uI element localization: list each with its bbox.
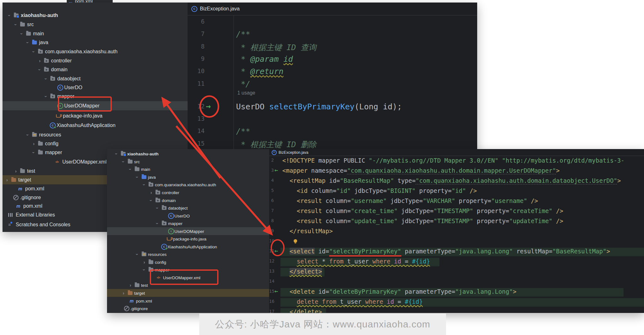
code-line-14[interactable]: 14/** [188, 127, 477, 137]
chevron-down-icon[interactable]: › [44, 78, 48, 79]
tree-item-mapper[interactable]: ›mapper [107, 266, 269, 274]
tree-item-domain[interactable]: ›domain [107, 196, 269, 204]
tree-item-UserDOMapper[interactable]: IUserDOMapper [107, 227, 269, 235]
code-inlay-usages[interactable]: 1 usage [188, 90, 477, 101]
code-line-10[interactable]: 10 * @return [188, 67, 477, 78]
chevron-down-icon[interactable]: › [155, 222, 160, 224]
tree-item-java[interactable]: ›java [3, 38, 188, 47]
code-line-6[interactable]: 6 <result column="username" jdbcType="VA… [269, 197, 644, 206]
code-line-4[interactable]: 4 <resultMap id="BaseResultMap" type="co… [269, 177, 644, 186]
tree-item-XiaohashuAuthApplication[interactable]: CXiaohashuAuthApplication [3, 121, 188, 130]
tree-item-UserDOMapper.xml[interactable]: </>UserDOMapper.xml [107, 274, 269, 281]
chevron-right-icon[interactable]: › [39, 59, 41, 63]
gutter-right-arrow-icon[interactable]: → [206, 101, 211, 111]
code-line-7[interactable]: 7 <result column="create_time" jdbcType=… [269, 207, 644, 216]
code-area-xml[interactable]: 2<!DOCTYPE mapper PUBLIC "-//mybatis.org… [269, 156, 644, 313]
chevron-down-icon[interactable]: › [155, 207, 160, 209]
code-line-15[interactable]: 15← <delete id="deleteByPrimaryKey" para… [269, 288, 644, 297]
code-line-15[interactable]: 15 * 根据主键 ID 删除 [188, 139, 477, 150]
code-line-8[interactable]: 8 <result column="update_time" jdbcType=… [269, 217, 644, 226]
chevron-down-icon[interactable]: › [7, 14, 12, 16]
tree-item-main[interactable]: ›main [3, 29, 188, 38]
tree-item-UserDO[interactable]: CUserDO [107, 212, 269, 220]
code-line-5[interactable]: 5 <id column="id" jdbcType="BIGINT" prop… [269, 187, 644, 196]
tree-item-mapper[interactable]: ›mapper [107, 219, 269, 227]
usages-hint[interactable]: 1 usage [237, 90, 255, 96]
chevron-down-icon[interactable]: › [37, 69, 42, 70]
code-line-6[interactable]: 6 [188, 17, 477, 28]
tree-item-controller[interactable]: ›controller [107, 188, 269, 196]
tree-item-main[interactable]: ›main [107, 165, 269, 173]
gutter-left-arrow-icon[interactable]: ← [274, 247, 278, 254]
code-line-11[interactable]: 11 */ [188, 79, 477, 90]
chevron-down-icon[interactable]: › [135, 176, 139, 178]
tree-item-com.quanxiaoha.xiaohashu.auth[interactable]: ›com.quanxiaoha.xiaohashu.auth [107, 181, 269, 188]
code-line-12[interactable]: 12→UserDO selectByPrimaryKey(Long id); [188, 102, 477, 113]
chevron-down-icon[interactable]: › [25, 42, 30, 43]
tree-item-resources[interactable]: ›resources [107, 250, 269, 258]
tab-bizexception-java[interactable]: C BizException.java [191, 3, 240, 15]
tree-item-XiaohashuAuthApplication[interactable]: CXiaohashuAuthApplication [107, 243, 269, 251]
code-line-3[interactable]: 3←<mapper namespace="com.quanxiaoha.xiao… [269, 167, 644, 176]
tree-item-package-info.java[interactable]: package-info.java [107, 235, 269, 243]
tree-item-com.quanxiaoha.xiaohashu.auth[interactable]: ›com.quanxiaoha.xiaohashu.auth [3, 47, 188, 56]
chevron-down-icon[interactable]: › [14, 24, 18, 25]
tree-item-target[interactable]: ›target [107, 289, 269, 297]
code-line-13[interactable]: 13 </select> [269, 268, 644, 276]
tree-item-xiaohashu-auth[interactable]: ›xiaohashu-auth [107, 150, 269, 158]
chevron-down-icon[interactable]: › [142, 184, 146, 185]
tree-item-mapper[interactable]: ›mapper [3, 92, 188, 101]
code-line-9[interactable]: 9 </resultMap> [269, 228, 644, 236]
chevron-down-icon[interactable]: › [25, 134, 30, 136]
chevron-right-icon[interactable]: › [3, 213, 3, 217]
chevron-right-icon[interactable]: › [123, 291, 124, 295]
tree-item-src[interactable]: ›src [3, 20, 188, 29]
tab-bizexception-java-bottom[interactable]: C BizException.java [272, 149, 308, 156]
tree-item-pom.xml[interactable]: mpom.xml [107, 297, 269, 305]
chevron-down-icon[interactable]: › [20, 33, 24, 34]
tree-item-resources[interactable]: ›resources [3, 130, 188, 139]
tree-item-controller[interactable]: ›controller [3, 56, 188, 65]
gutter-left-arrow-icon[interactable]: ← [274, 287, 278, 295]
tree-item-dataobject[interactable]: ›dataobject [107, 204, 269, 212]
chevron-down-icon[interactable]: › [44, 95, 48, 97]
chevron-right-icon[interactable]: › [33, 142, 35, 146]
tree-item-package-info.java[interactable]: package-info.java [3, 111, 188, 120]
code-line-12[interactable]: 12 select * from t_user where id = #{id} [269, 258, 644, 266]
code-line-7[interactable]: 7/** [188, 30, 477, 40]
chevron-down-icon[interactable]: › [142, 269, 146, 270]
tree-item-dataobject[interactable]: ›dataobject [3, 74, 188, 83]
tree-item-src[interactable]: ›src [107, 158, 269, 165]
chevron-right-icon[interactable]: › [150, 190, 152, 195]
tree-item-config[interactable]: ›config [107, 258, 269, 266]
code-line-9[interactable]: 9 * @param id [188, 55, 477, 65]
chevron-right-icon[interactable]: › [130, 283, 131, 287]
tree-item-UserDOMapper[interactable]: IUserDOMapper [3, 101, 188, 110]
chevron-down-icon[interactable]: › [149, 199, 153, 201]
code-line-14[interactable]: 14 [269, 278, 644, 286]
chevron-right-icon[interactable]: › [15, 169, 17, 173]
chevron-down-icon[interactable]: › [135, 253, 139, 255]
code-line-8[interactable]: 8 * 根据主键 ID 查询 [188, 42, 477, 53]
code-line-11[interactable]: 11← <select id="selectByPrimaryKey" para… [269, 248, 644, 256]
chevron-right-icon[interactable]: › [6, 178, 8, 182]
tree-item-test[interactable]: ›test [107, 281, 269, 289]
tree-item-domain[interactable]: ›domain [3, 65, 188, 74]
tree-item-UserDO[interactable]: CUserDO [3, 83, 188, 92]
chevron-down-icon[interactable]: › [31, 51, 36, 52]
tree-item-xiaohashu-auth[interactable]: ›xiaohashu-auth [3, 11, 188, 20]
chevron-down-icon[interactable]: › [31, 152, 36, 153]
tree-item-config[interactable]: ›config [3, 139, 188, 148]
chevron-right-icon[interactable]: › [144, 260, 145, 264]
code-line-13[interactable]: 13 [188, 114, 477, 125]
code-line-2[interactable]: 2<!DOCTYPE mapper PUBLIC "-//mybatis.org… [269, 157, 644, 165]
code-line-17[interactable]: 17 </delete> [269, 308, 644, 313]
chevron-down-icon[interactable]: › [114, 153, 119, 154]
code-line-16[interactable]: 16 delete from t_user where id = #{id} [269, 298, 644, 307]
tree-item-pom.xml[interactable]: mpom.xml [107, 311, 269, 313]
chevron-down-icon[interactable]: › [121, 161, 126, 162]
code-line-10[interactable]: 10 [269, 238, 644, 246]
gutter-left-arrow-icon[interactable]: ← [274, 166, 278, 174]
tree-item-java[interactable]: ›java [107, 173, 269, 181]
chevron-down-icon[interactable]: › [128, 168, 133, 170]
